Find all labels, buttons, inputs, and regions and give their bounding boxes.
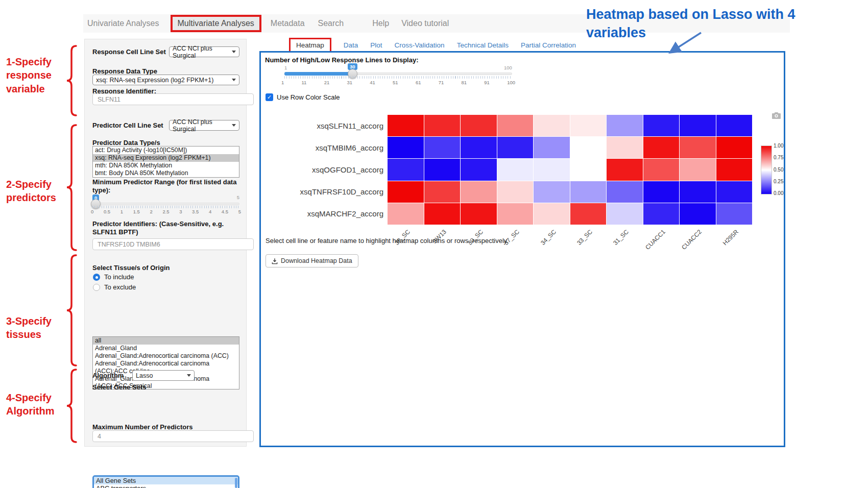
response-data-type-select[interactable]: xsq: RNA-seq Expression (log2 FPKM+1) (92, 75, 239, 85)
list-item[interactable]: Adrenal_Gland:Adrenocortical carcinoma (… (93, 352, 239, 360)
heatmap-cell[interactable] (461, 137, 497, 158)
heatmap-cell[interactable] (424, 181, 461, 203)
predictor-cell-line-set-select[interactable]: ACC NCI plus Surgical (169, 120, 239, 131)
nav-metadata[interactable]: Metadata (271, 19, 305, 28)
download-icon (272, 258, 278, 264)
heatmap-cell[interactable] (461, 181, 497, 203)
list-item[interactable]: Adrenal_Gland (93, 345, 239, 352)
download-heatmap-data-button[interactable]: Download Heatmap Data (266, 254, 358, 267)
heatmap-row-label[interactable]: xsqTNFRSF10D_accorg (270, 181, 383, 203)
heatmap-cell[interactable] (497, 181, 534, 203)
heatmap-cell[interactable] (534, 181, 570, 203)
tab-cross-validation[interactable]: Cross-Validation (395, 41, 445, 49)
heatmap-cell[interactable] (388, 137, 424, 158)
predictor-identifiers-input[interactable] (92, 238, 254, 250)
response-identifier-input[interactable] (92, 93, 254, 105)
sidebar-form: Response Cell Line Set ACC NCI plus Surg… (84, 39, 247, 447)
nav-video-tutorial[interactable]: Video tutorial (401, 19, 449, 28)
heatmap-cell[interactable] (716, 181, 753, 203)
algorithm-select[interactable]: Lasso (132, 370, 195, 381)
heatmap-cell[interactable] (643, 203, 680, 225)
heatmap-cell[interactable] (534, 203, 570, 225)
heatmap-cell[interactable] (497, 159, 534, 180)
colorbar-tick: 0.00 (774, 190, 783, 196)
heatmap-cell[interactable] (607, 203, 643, 225)
heatmap-cell[interactable] (680, 203, 716, 225)
heatmap-row-label[interactable]: xsqOGFOD1_accorg (270, 159, 383, 181)
heatmap-cell[interactable] (680, 181, 716, 203)
heatmap-cell[interactable] (461, 115, 497, 136)
nav-help[interactable]: Help (372, 19, 389, 28)
list-item[interactable]: bmt: Body DNA 850K Methylation (93, 169, 239, 177)
heatmap-cell[interactable] (388, 181, 424, 203)
chevron-down-icon (187, 374, 191, 377)
heatmap-cell[interactable] (607, 115, 643, 136)
heatmap-cell[interactable] (570, 181, 607, 203)
heatmap-cell[interactable] (716, 203, 753, 225)
heatmap-cell[interactable] (497, 115, 534, 136)
list-item[interactable]: All Gene Sets (94, 477, 238, 484)
min-predictor-range-slider[interactable]: 0 5 00.511.522.533.544.55 (92, 194, 239, 215)
heatmap-cell[interactable] (534, 115, 570, 136)
heatmap-cell[interactable] (424, 137, 461, 158)
heatmap-cell[interactable] (716, 159, 753, 180)
predictor-data-types-list: act: Drug Activity (-log10[IC50M]) xsq: … (92, 146, 239, 178)
heatmap-cell[interactable] (716, 137, 753, 158)
heatmap-cell[interactable] (570, 115, 607, 136)
response-cell-line-set-label: Response Cell Line Set (92, 48, 169, 56)
response-cell-line-set-select[interactable]: ACC NCI plus Surgical (169, 46, 239, 57)
heatmap-cell[interactable] (424, 159, 461, 180)
heatmap-cell[interactable] (570, 159, 607, 180)
tab-partial-correlation[interactable]: Partial Correlation (521, 41, 576, 49)
heatmap-cell[interactable] (607, 137, 643, 158)
heatmap-cell[interactable] (643, 159, 680, 180)
list-item[interactable]: act: Drug Activity (-log10[IC50M]) (93, 147, 239, 154)
scrollbar[interactable] (235, 478, 237, 488)
heatmap-cell[interactable] (570, 203, 607, 225)
heatmap-row-label[interactable]: xsqSLFN11_accorg (270, 115, 383, 137)
nav-univariate-analyses[interactable]: Univariate Analyses (87, 19, 159, 28)
radio-to-include[interactable] (93, 274, 100, 281)
heatmap-cell[interactable] (643, 115, 680, 136)
heatmap-cell[interactable] (716, 115, 753, 136)
list-item[interactable]: xsq: RNA-seq Expression (log2 FPKM+1) (93, 154, 239, 162)
tab-plot[interactable]: Plot (370, 41, 382, 49)
camera-icon[interactable] (771, 112, 781, 119)
heatmap-cell[interactable] (680, 137, 716, 158)
row-color-scale-checkbox[interactable]: ✓ (266, 93, 273, 101)
step-bracket (65, 124, 77, 251)
heatmap-cell[interactable] (680, 159, 716, 180)
heatmap-cell[interactable] (388, 203, 424, 225)
heatmap-cell[interactable] (461, 203, 497, 225)
heatmap-cell[interactable] (570, 137, 607, 158)
nav-multivariate-analyses[interactable]: Multivariate Analyses (171, 15, 261, 32)
max-predictors-input[interactable] (92, 430, 254, 442)
radio-to-include-label[interactable]: To include (104, 273, 134, 281)
heatmap-cell[interactable] (388, 159, 424, 180)
heatmap-col-label[interactable]: H295R (695, 228, 740, 273)
tab-heatmap[interactable]: Heatmap (289, 38, 331, 53)
heatmap-row-label[interactable]: xsqMARCHF2_accorg (270, 203, 383, 225)
heatmap-cell[interactable] (461, 159, 497, 180)
heatmap-cell[interactable] (643, 181, 680, 203)
heatmap-cell[interactable] (534, 137, 570, 158)
list-item[interactable]: mth: DNA 850K Methylation (93, 162, 239, 169)
heatmap-cell[interactable] (607, 159, 643, 180)
heatmap-cell[interactable] (497, 203, 534, 225)
tab-data[interactable]: Data (344, 41, 358, 49)
radio-to-exclude[interactable] (93, 284, 100, 291)
heatmap-cell[interactable] (497, 137, 534, 158)
radio-to-exclude-label[interactable]: To exclude (104, 283, 136, 291)
heatmap-cell[interactable] (534, 159, 570, 180)
heatmap-cell[interactable] (680, 115, 716, 136)
heatmap-cell[interactable] (424, 203, 461, 225)
heatmap-cell[interactable] (424, 115, 461, 136)
heatmap-cell[interactable] (607, 181, 643, 203)
tab-technical-details[interactable]: Technical Details (457, 41, 509, 49)
nav-search[interactable]: Search (318, 19, 344, 28)
heatmap-row-label[interactable]: xsqTMBIM6_accorg (270, 137, 383, 159)
heatmap-cell[interactable] (388, 115, 424, 136)
list-item[interactable]: ABC transporters (94, 484, 238, 488)
heatmap-cell[interactable] (643, 137, 680, 158)
list-item[interactable]: all (93, 337, 239, 345)
